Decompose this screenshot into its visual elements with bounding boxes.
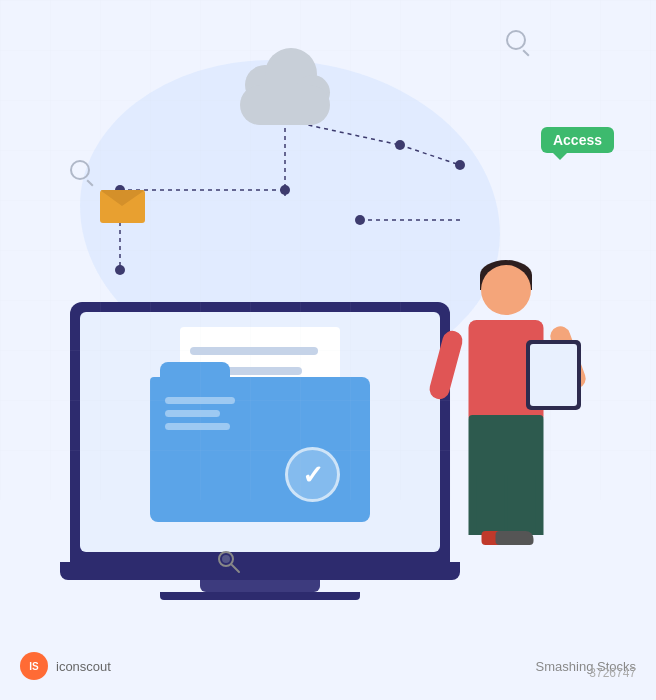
bottom-search-icon <box>215 548 243 580</box>
tablet-screen <box>530 344 577 406</box>
folder-container: ✓ <box>150 342 370 522</box>
watermark-left: IS iconscout <box>20 652 111 680</box>
person-arm-left <box>427 329 464 402</box>
laptop-screen-inner: ✓ <box>80 312 440 552</box>
watermark-logo: IS <box>20 652 48 680</box>
check-circle: ✓ <box>285 447 340 502</box>
laptop: ✓ <box>60 302 460 600</box>
access-badge: Access <box>541 127 614 153</box>
folder-line-2 <box>165 410 220 417</box>
person-head <box>481 265 531 315</box>
person-shoe-right <box>496 531 534 545</box>
email-body <box>100 190 145 223</box>
folder-line-1 <box>165 397 235 404</box>
search-circle-top <box>506 30 526 50</box>
laptop-stand <box>200 580 320 592</box>
folder-line-3 <box>165 423 230 430</box>
laptop-foot <box>160 592 360 600</box>
svg-line-15 <box>232 565 239 572</box>
search-circle-left <box>70 160 90 180</box>
folder-lines <box>165 397 235 436</box>
main-container: ✓ <box>0 0 656 700</box>
laptop-base <box>60 562 460 580</box>
svg-point-14 <box>222 555 230 563</box>
tablet <box>526 340 581 410</box>
check-mark: ✓ <box>302 462 324 488</box>
folder: ✓ <box>150 362 370 522</box>
person-leg-right <box>508 475 536 535</box>
person-pants <box>469 415 544 535</box>
item-number: 3726747 <box>589 666 636 680</box>
email-icon <box>100 190 145 223</box>
folder-body: ✓ <box>150 377 370 522</box>
laptop-screen: ✓ <box>70 302 450 562</box>
email-flap <box>100 190 145 206</box>
cloud-shape <box>230 60 340 125</box>
document-line-1 <box>190 347 318 355</box>
watermark-brand: iconscout <box>56 659 111 674</box>
person <box>426 265 586 615</box>
person-leg-left <box>477 475 505 535</box>
watermark: IS iconscout Smashing Stocks <box>0 652 656 680</box>
cloud-icon <box>230 60 340 125</box>
